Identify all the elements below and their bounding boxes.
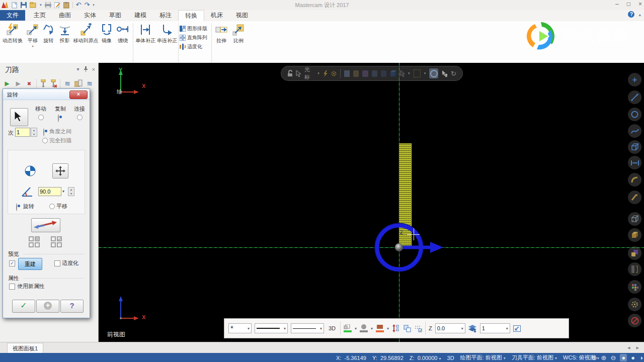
select-surface-icon[interactable] xyxy=(362,70,368,77)
select-settings-gear-icon[interactable] xyxy=(331,70,336,77)
simulate-icon[interactable]: ≋ xyxy=(86,79,94,87)
gview-shaded-icon-selected[interactable]: ● xyxy=(620,354,627,361)
preview-checkbox[interactable]: ✓ xyxy=(9,260,15,266)
rtb-chamfer-button[interactable] xyxy=(628,191,641,204)
gview-wireframe-icon[interactable]: ⊕ xyxy=(592,354,597,361)
graphics-viewport[interactable]: Z Y X 绘 X 前视图 光标 ▾ xyxy=(99,63,644,342)
rtb-solid-button[interactable] xyxy=(628,228,641,242)
sheet-next-icon[interactable]: ▸ xyxy=(636,344,639,351)
times-input[interactable] xyxy=(15,128,30,137)
cursor-dropdown-icon[interactable]: ▾ xyxy=(317,71,319,75)
rtb-attributes-button[interactable] xyxy=(628,280,641,294)
tab-view[interactable]: 视图 xyxy=(229,10,255,21)
gview-outline-icon[interactable]: ⊖ xyxy=(611,354,616,361)
surface-color-button[interactable] xyxy=(360,324,368,332)
translate-dropdown-icon[interactable]: ▾ xyxy=(25,44,40,48)
select-last-icon[interactable] xyxy=(400,70,405,77)
ribbon-button-offset-chain[interactable]: 串连补正 xyxy=(156,23,178,44)
view-sheet-tab[interactable]: 视图面板1 xyxy=(7,343,43,353)
select-wireframe-icon[interactable] xyxy=(353,70,359,77)
rtb-planes-button[interactable] xyxy=(628,246,641,260)
set-attributes-icon[interactable] xyxy=(392,324,400,332)
help-button[interactable]: ? xyxy=(60,300,84,313)
tab-sketch[interactable]: 草图 xyxy=(103,10,128,21)
select-body-icon[interactable] xyxy=(381,70,386,77)
select-dropdown-icon[interactable]: ▾ xyxy=(408,71,410,75)
status-z[interactable]: Z: 0.00000 ▾ xyxy=(410,355,441,361)
dropdown-icon[interactable]: ▾ xyxy=(355,326,357,331)
point-style-combo[interactable]: * ▾ xyxy=(228,323,252,333)
mode-join-radio[interactable] xyxy=(77,115,83,120)
validate-select-icon[interactable] xyxy=(442,70,447,77)
solid-color-button[interactable] xyxy=(376,324,384,332)
tab-machine[interactable]: 机床 xyxy=(204,10,229,21)
3d-mode-button[interactable]: 3D xyxy=(327,325,337,331)
sheet-prev-icon[interactable]: ◂ xyxy=(627,344,630,351)
active-select-mode-button[interactable] xyxy=(429,68,438,78)
tab-model[interactable]: 建模 xyxy=(128,10,153,21)
dropdown-icon[interactable]: ▾ xyxy=(387,326,389,331)
restore-button[interactable]: □ xyxy=(627,1,630,8)
panel-pin-icon[interactable] xyxy=(84,66,88,72)
rtb-wireframe-button[interactable] xyxy=(628,212,641,226)
line-style-combo[interactable]: ▾ xyxy=(255,323,288,333)
ribbon-button-fit[interactable]: 适度化 xyxy=(180,43,211,51)
attributes-manager-icon[interactable] xyxy=(414,324,422,332)
rtb-circle-button[interactable] xyxy=(628,108,641,121)
line-width-combo[interactable]: ▾ xyxy=(291,323,324,333)
rebuild-button[interactable]: 重建 xyxy=(18,258,42,270)
rtb-disable-button[interactable] xyxy=(628,314,641,327)
ribbon-button-stretch[interactable]: 拉伸 xyxy=(213,23,229,44)
gview-translucent-icon[interactable]: ◑ xyxy=(639,354,643,361)
status-cplane[interactable]: 绘图平面: 前视图 ▾ xyxy=(460,354,506,361)
ribbon-button-wrap[interactable]: 缠绕 xyxy=(115,23,131,44)
method-translate-radio[interactable] xyxy=(49,204,55,209)
level-combo[interactable]: 1 ▾ xyxy=(480,323,510,333)
ribbon-button-project[interactable]: 投影 xyxy=(57,23,72,44)
dialog-close-button[interactable]: × xyxy=(69,90,88,99)
angle-spinner[interactable]: ▲▼ xyxy=(68,187,74,196)
rtb-sketch-solid-button[interactable] xyxy=(628,140,641,154)
gview-hidden-icon[interactable]: ⊕ xyxy=(601,354,607,361)
rtb-analyze-entity-button[interactable]: + xyxy=(628,73,641,86)
regen-dirty-toolpath-icon[interactable] xyxy=(50,79,57,87)
fit-checkbox[interactable] xyxy=(54,260,60,266)
ribbon-button-rect-array[interactable]: 直角阵列 xyxy=(180,34,211,42)
ribbon-button-move-to-origin[interactable]: 移动到原点 xyxy=(73,23,99,44)
rtb-levels-button[interactable] xyxy=(628,262,641,276)
apply-button[interactable]: + xyxy=(36,300,59,313)
angle-dropdown-icon[interactable]: ▾ xyxy=(62,189,64,194)
refresh-select-icon[interactable]: ↻ xyxy=(451,70,456,77)
ribbon-button-scale[interactable]: 比例 xyxy=(230,23,247,44)
tab-file[interactable]: 文件 xyxy=(0,10,25,21)
window-select-dropdown-icon[interactable]: ▾ xyxy=(424,71,426,75)
rotate-gizmo[interactable]: Z xyxy=(370,216,450,282)
angle-input[interactable] xyxy=(38,187,61,196)
select-result-button[interactable] xyxy=(49,235,63,248)
rtb-settings-button[interactable] xyxy=(628,298,641,311)
tab-transform[interactable]: 转换 xyxy=(178,10,204,21)
select-cube-icon[interactable] xyxy=(390,70,396,77)
tab-solid[interactable]: 实体 xyxy=(77,10,103,21)
rtb-fillet-button[interactable] xyxy=(628,173,641,187)
mode-move-radio[interactable] xyxy=(38,115,44,120)
copy-attributes-icon[interactable] xyxy=(403,324,411,332)
move-center-button[interactable] xyxy=(52,163,68,178)
regen-toolpath-icon[interactable] xyxy=(40,79,47,87)
tab-surface[interactable]: 曲面 xyxy=(52,10,77,21)
mode-copy-radio[interactable] xyxy=(58,114,59,122)
direction-toggle-button[interactable] xyxy=(31,218,60,232)
dock-toolbar-icon[interactable]: ↙ xyxy=(513,325,521,332)
rtb-spline-button[interactable] xyxy=(628,124,641,138)
collapse-ribbon-icon[interactable]: ▴ xyxy=(638,12,641,17)
select-entity-icon[interactable] xyxy=(344,70,350,77)
help-icon[interactable]: ? xyxy=(628,11,634,18)
ok-button[interactable]: ✓ xyxy=(12,300,35,313)
method-rotate-radio[interactable] xyxy=(16,203,17,211)
ribbon-button-mirror[interactable]: 镜像 xyxy=(99,23,114,44)
select-all-icon[interactable]: ▶ xyxy=(3,79,11,87)
rtb-line-button[interactable] xyxy=(628,90,641,104)
full-sweep-radio[interactable] xyxy=(42,138,48,143)
clear-selection-button[interactable] xyxy=(27,235,41,248)
status-3d-toggle[interactable]: 3D xyxy=(447,355,454,361)
